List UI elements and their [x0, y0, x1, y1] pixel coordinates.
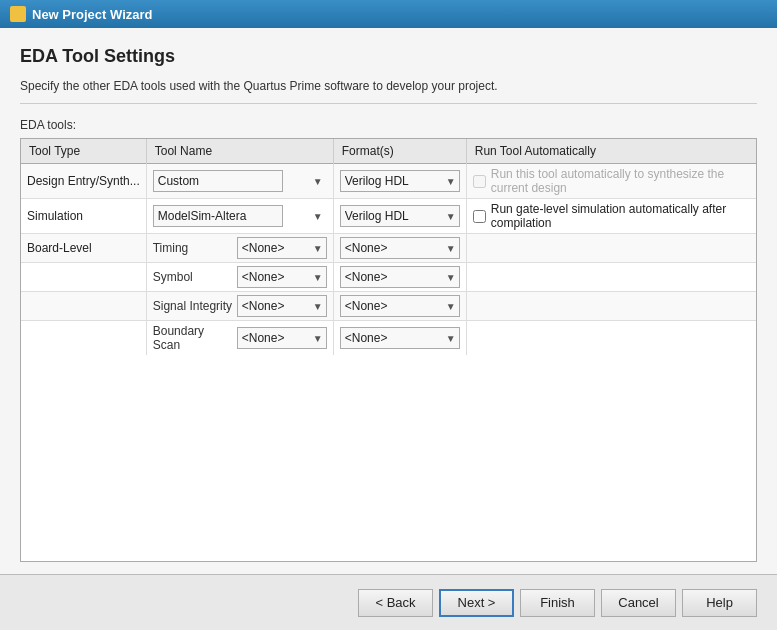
board-signal-label: Signal Integrity	[153, 299, 233, 313]
finish-button[interactable]: Finish	[520, 589, 595, 617]
tool-type-cell	[21, 263, 146, 292]
simulation-run-checkbox[interactable]	[473, 210, 486, 223]
tool-type-cell: Design Entry/Synth...	[21, 164, 146, 199]
tool-name-cell: ModelSim-Altera None ModelSim VCS ▼	[146, 199, 333, 234]
board-signal-format-select[interactable]: <None>	[340, 295, 460, 317]
run-auto-cell	[466, 292, 756, 321]
board-timing-label: Timing	[153, 241, 233, 255]
design-entry-format-select[interactable]: Verilog HDL VHDL EDIF	[340, 170, 460, 192]
tool-type-cell: Board-Level	[21, 234, 146, 263]
format-cell: <None> ▼	[333, 321, 466, 356]
simulation-tool-select[interactable]: ModelSim-Altera None ModelSim VCS	[153, 205, 283, 227]
tool-type-cell	[21, 321, 146, 356]
board-boundary-tool-select[interactable]: <None>	[237, 327, 327, 349]
format-cell: <None> ▼	[333, 263, 466, 292]
board-timing-format-select[interactable]: <None>	[340, 237, 460, 259]
board-signal-tool-select[interactable]: <None>	[237, 295, 327, 317]
format-cell: <None> ▼	[333, 292, 466, 321]
next-button[interactable]: Next >	[439, 589, 514, 617]
run-auto-cell	[466, 321, 756, 356]
design-entry-run-label: Run this tool automatically to synthesiz…	[491, 167, 750, 195]
back-button[interactable]: < Back	[358, 589, 433, 617]
board-symbol-label: Symbol	[153, 270, 233, 284]
tool-name-cell: Custom None Synplify Synplify Pro ▼	[146, 164, 333, 199]
footer: < Back Next > Finish Cancel Help	[0, 574, 777, 630]
tool-name-cell: Signal Integrity <None> ▼	[146, 292, 333, 321]
table-row: Board-Level Timing <None> ▼	[21, 234, 756, 263]
simulation-format-select[interactable]: Verilog HDL VHDL SystemVerilog	[340, 205, 460, 227]
simulation-run-label: Run gate-level simulation automatically …	[491, 202, 750, 230]
run-auto-cell	[466, 234, 756, 263]
wizard-icon	[10, 6, 26, 22]
format-cell: Verilog HDL VHDL EDIF ▼	[333, 164, 466, 199]
select-arrow-icon: ▼	[313, 211, 323, 222]
tool-type-cell: Simulation	[21, 199, 146, 234]
tool-name-cell: Timing <None> ▼	[146, 234, 333, 263]
table-row: Boundary Scan <None> ▼	[21, 321, 756, 356]
format-cell: <None> ▼	[333, 234, 466, 263]
table-container: Tool Type Tool Name Format(s) Run Tool A…	[20, 138, 757, 562]
tool-type-cell	[21, 292, 146, 321]
page-title: EDA Tool Settings	[20, 46, 757, 67]
run-auto-cell: Run this tool automatically to synthesiz…	[466, 164, 756, 199]
board-symbol-format-select[interactable]: <None>	[340, 266, 460, 288]
board-symbol-tool-select[interactable]: <None>	[237, 266, 327, 288]
board-boundary-format-select[interactable]: <None>	[340, 327, 460, 349]
title-bar-text: New Project Wizard	[32, 7, 153, 22]
cancel-button[interactable]: Cancel	[601, 589, 676, 617]
select-arrow-icon: ▼	[313, 176, 323, 187]
board-boundary-label: Boundary Scan	[153, 324, 233, 352]
tool-name-cell: Boundary Scan <None> ▼	[146, 321, 333, 356]
run-auto-cell: Run gate-level simulation automatically …	[466, 199, 756, 234]
help-button[interactable]: Help	[682, 589, 757, 617]
board-timing-tool-select[interactable]: <None>	[237, 237, 327, 259]
table-row: Simulation ModelSim-Altera None ModelSim…	[21, 199, 756, 234]
table-row: Symbol <None> ▼ <None>	[21, 263, 756, 292]
section-label: EDA tools:	[20, 118, 757, 132]
col-header-run: Run Tool Automatically	[466, 139, 756, 164]
tool-name-cell: Symbol <None> ▼	[146, 263, 333, 292]
table-row: Design Entry/Synth... Custom None Synpli…	[21, 164, 756, 199]
main-content: EDA Tool Settings Specify the other EDA …	[0, 28, 777, 574]
design-entry-run-checkbox[interactable]	[473, 175, 486, 188]
col-header-tool-type: Tool Type	[21, 139, 146, 164]
run-auto-cell	[466, 263, 756, 292]
title-bar: New Project Wizard	[0, 0, 777, 28]
col-header-formats: Format(s)	[333, 139, 466, 164]
col-header-tool-name: Tool Name	[146, 139, 333, 164]
table-row: Signal Integrity <None> ▼	[21, 292, 756, 321]
design-entry-tool-select[interactable]: Custom None Synplify Synplify Pro	[153, 170, 283, 192]
format-cell: Verilog HDL VHDL SystemVerilog ▼	[333, 199, 466, 234]
description: Specify the other EDA tools used with th…	[20, 79, 757, 104]
